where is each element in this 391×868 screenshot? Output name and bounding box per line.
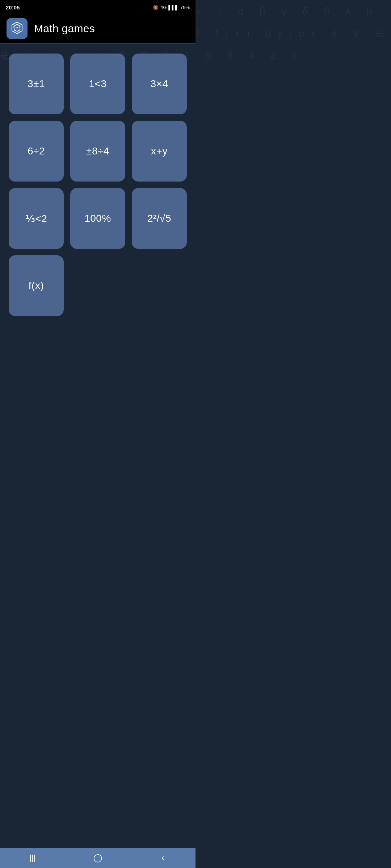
main-content: 3±11<33×46÷2±8÷4x+y⅓<2100%2²/√5f(x) <box>0 43 196 399</box>
card-label-fraction: ⅓<2 <box>25 213 47 225</box>
card-label-pm-divide: ±8÷4 <box>86 145 109 157</box>
card-power-root[interactable]: 2²/√5 <box>132 188 187 249</box>
card-label-divide: 6÷2 <box>28 145 45 157</box>
card-percent[interactable]: 100% <box>70 188 125 249</box>
card-label-algebra: x+y <box>151 145 168 157</box>
card-multiply[interactable]: 3×4 <box>132 54 187 114</box>
card-algebra[interactable]: x+y <box>132 121 187 182</box>
signal-label: 4G <box>160 5 167 10</box>
card-label-multiply: 3×4 <box>151 78 168 90</box>
signal-bars-icon: ▌▌▌ <box>168 5 178 10</box>
card-label-percent: 100% <box>84 213 111 224</box>
card-function[interactable]: f(x) <box>9 255 64 316</box>
card-divide[interactable]: 6÷2 <box>9 121 64 182</box>
card-plus-minus[interactable]: 3±1 <box>9 54 64 114</box>
card-less-than[interactable]: 1<3 <box>70 54 125 114</box>
status-time: 20:05 <box>6 4 20 10</box>
cards-grid: 3±11<33×46÷2±8÷4x+y⅓<2100%2²/√5f(x) <box>9 54 187 316</box>
battery-label: 79% <box>180 5 190 10</box>
svg-text:7: 7 <box>16 26 18 30</box>
app-bar: 7 2 11 5 4 3 Math games <box>0 14 196 43</box>
card-label-less-than: 1<3 <box>89 78 107 90</box>
mute-icon: 🔇 <box>153 5 159 10</box>
status-bar: 20:05 🔇 4G ▌▌▌ 79% <box>0 0 196 14</box>
svg-text:11: 11 <box>19 26 22 28</box>
app-icon: 7 2 11 5 4 3 <box>7 18 28 39</box>
card-label-power-root: 2²/√5 <box>147 213 171 224</box>
app-icon-svg: 7 2 11 5 4 3 <box>9 21 25 37</box>
app-title: Math games <box>34 22 95 35</box>
status-right: 🔇 4G ▌▌▌ 79% <box>153 5 190 10</box>
card-label-function: f(x) <box>29 280 44 292</box>
card-label-plus-minus: 3±1 <box>28 78 45 90</box>
card-fraction[interactable]: ⅓<2 <box>9 188 64 249</box>
card-pm-divide[interactable]: ±8÷4 <box>70 121 125 182</box>
